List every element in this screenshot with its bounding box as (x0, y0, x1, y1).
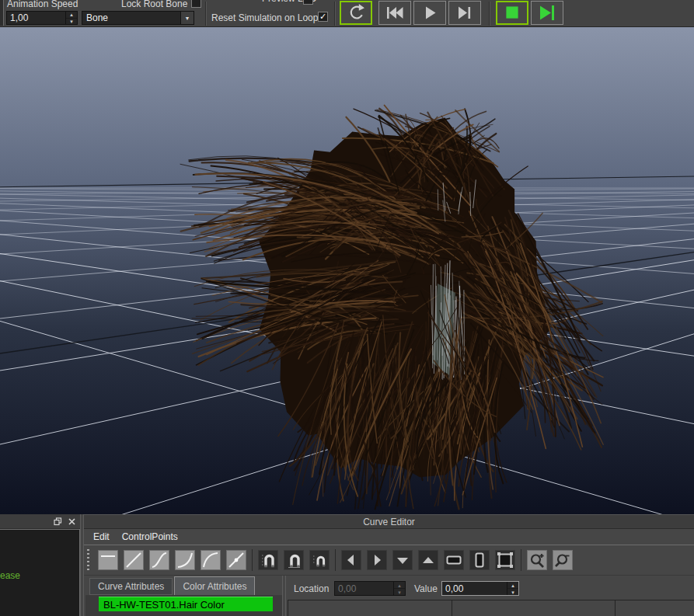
location-input: ▴ ▾ (334, 581, 406, 596)
skip-to-start-icon (379, 2, 410, 24)
close-panel-button[interactable] (66, 517, 77, 527)
preset-linear-icon (124, 551, 143, 569)
plot-grid-line (615, 600, 616, 616)
toolbar-separator (334, 2, 335, 26)
magnet-snap-2-icon (284, 551, 303, 569)
tab-color-attributes[interactable]: Color Attributes (174, 576, 255, 595)
stop-button[interactable] (496, 1, 528, 25)
skip-to-start-button[interactable] (378, 1, 411, 25)
preset-ease-out-button[interactable] (201, 550, 221, 570)
toolbar-separator (205, 2, 206, 26)
magnet-snap-1-icon (259, 551, 277, 569)
move-right-button[interactable] (367, 550, 387, 570)
animation-speed-label: Animation Speed (7, 0, 78, 9)
loop-toggle-button[interactable] (340, 1, 372, 25)
magnet-snap-3-icon (310, 551, 329, 569)
play-button[interactable] (413, 1, 446, 25)
value-spinner[interactable]: ▴ ▾ (507, 582, 518, 595)
toolbar-separator (521, 549, 521, 571)
float-icon (54, 517, 62, 526)
zoom-in-button[interactable] (527, 550, 547, 570)
skip-to-end-button[interactable] (448, 1, 481, 25)
tab-label: Color Attributes (183, 581, 246, 592)
move-down-button[interactable] (392, 550, 413, 570)
gradient-plot-area[interactable] (288, 600, 694, 616)
spin-down-icon[interactable]: ▾ (66, 19, 77, 25)
arrow-right-icon (368, 551, 386, 569)
animation-speed-spinner[interactable]: ▴ ▾ (65, 12, 77, 24)
preset-linear-midpoint-icon (227, 551, 246, 569)
play-icon (414, 2, 445, 24)
field-pane: Location ▴ ▾ Value ▴ ▾ (286, 576, 694, 616)
curve-editor-title: Curve Editor (363, 517, 415, 527)
bone-dropdown[interactable]: Bone ▼ (82, 11, 194, 25)
chevron-down-icon[interactable]: ▼ (180, 12, 194, 24)
animation-speed-input[interactable]: ▴ ▾ (6, 11, 78, 25)
checkmark-icon: ✓ (319, 12, 326, 21)
fit-vertical-button[interactable] (469, 550, 490, 570)
spin-up-icon: ▴ (394, 582, 405, 589)
location-value (335, 582, 393, 595)
curve-editor-toolbar (84, 545, 694, 576)
magnet-snap-3-button[interactable] (309, 550, 330, 570)
move-up-button[interactable] (418, 550, 438, 570)
preset-ease-in-button[interactable] (175, 550, 195, 570)
toolbar-grip-handle[interactable] (87, 549, 89, 571)
curve-editor-content: Curve Attributes Color Attributes BL-HW-… (84, 576, 694, 616)
clipped-left-control (0, 0, 4, 26)
attribute-tree: BL-HW-TEST01.Hair Color (85, 595, 282, 616)
step-forward-button[interactable] (531, 1, 563, 25)
reset-simulation-checkbox[interactable]: ✓ (318, 12, 328, 22)
fit-all-icon (496, 551, 514, 569)
menu-controlpoints[interactable]: ControlPoints (116, 530, 184, 544)
viewport-3d[interactable] (0, 27, 694, 514)
preset-s-curve-icon (150, 551, 169, 569)
spin-down-icon[interactable]: ▾ (507, 589, 518, 595)
selected-color-item[interactable]: BL-HW-TEST01.Hair Color (99, 597, 273, 611)
preset-flat-button[interactable] (98, 550, 118, 570)
toolbar-separator (335, 549, 336, 571)
tab-curve-attributes[interactable]: Curve Attributes (89, 578, 173, 595)
preset-s-curve-button[interactable] (149, 550, 169, 570)
fit-vertical-icon (470, 551, 489, 569)
value-input[interactable]: ▴ ▾ (441, 581, 519, 596)
animation-speed-value[interactable] (7, 12, 65, 24)
bottom-dock-area: ease Curve Editor Edit ControlPoints (0, 514, 694, 616)
curve-editor-panel: Curve Editor Edit ControlPoints (84, 514, 694, 616)
preset-flat-icon (99, 551, 117, 569)
preview-lod-checkbox[interactable] (303, 0, 313, 5)
clipped-green-text: ease (0, 570, 20, 581)
spin-up-icon[interactable]: ▴ (507, 582, 518, 589)
fit-horizontal-button[interactable] (444, 550, 464, 570)
spin-up-icon[interactable]: ▴ (66, 12, 77, 19)
step-forward-icon (532, 2, 563, 24)
curve-editor-titlebar[interactable]: Curve Editor (84, 514, 694, 529)
close-icon (68, 518, 75, 525)
hair-preview-render (0, 27, 694, 514)
preset-linear-button[interactable] (124, 550, 144, 570)
toolbar-separator (252, 549, 253, 571)
left-dock-content: ease (0, 529, 80, 616)
hair-tool-window: Animation Speed ▴ ▾ Lock Root Bone Bone … (0, 0, 694, 616)
left-dock-titlebar (0, 514, 80, 529)
arrow-left-icon (342, 551, 361, 569)
location-spinner: ▴ ▾ (393, 582, 405, 595)
lock-root-bone-checkbox[interactable] (191, 0, 201, 8)
plot-grid-line (452, 600, 452, 616)
reset-simulation-label: Reset Simulation on Loop (211, 12, 318, 23)
preset-linear-midpoint-button[interactable] (226, 550, 246, 570)
bone-dropdown-value: Bone (82, 12, 180, 24)
skip-to-end-icon (449, 2, 480, 24)
move-left-button[interactable] (341, 550, 361, 570)
menu-edit[interactable]: Edit (87, 530, 116, 544)
magnet-snap-1-button[interactable] (258, 550, 278, 570)
float-panel-button[interactable] (52, 517, 63, 527)
lock-root-bone-label: Lock Root Bone (121, 0, 187, 9)
top-toolbar: Animation Speed ▴ ▾ Lock Root Bone Bone … (0, 0, 694, 27)
value-value[interactable] (442, 582, 507, 595)
fit-all-button[interactable] (495, 550, 515, 570)
selected-color-item-label: BL-HW-TEST01.Hair Color (103, 599, 225, 611)
arrow-down-icon (393, 551, 412, 569)
zoom-out-button[interactable] (553, 550, 573, 570)
magnet-snap-2-button[interactable] (284, 550, 304, 570)
